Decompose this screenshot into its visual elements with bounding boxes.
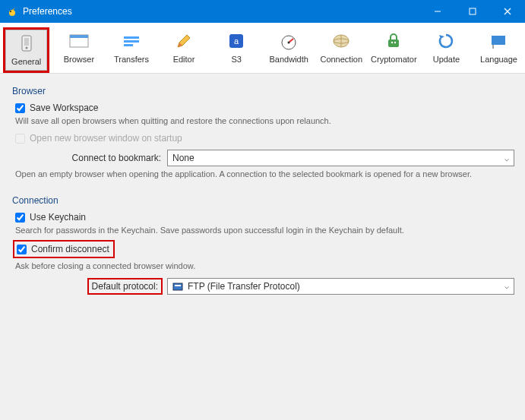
ftp-icon (172, 281, 183, 292)
titlebar: Preferences (0, 0, 525, 23)
svg-point-22 (391, 42, 393, 43)
default-protocol-label: Default protocol: (89, 279, 161, 293)
chevron-down-icon: ⌵ (504, 154, 509, 163)
svg-point-17 (288, 42, 290, 44)
connect-bookmark-value: None (172, 153, 195, 163)
svg-rect-26 (173, 283, 182, 290)
svg-text:a: a (234, 36, 239, 46)
tab-cryptomator[interactable]: Cryptomator (371, 27, 417, 73)
open-new-browser-checkbox: Open new browser window on startup (15, 133, 514, 144)
tab-label: Editor (173, 55, 195, 64)
connect-bookmark-select[interactable]: None ⌵ (167, 150, 514, 166)
svg-rect-27 (175, 285, 181, 286)
tab-general[interactable]: General (3, 27, 49, 73)
bandwidth-icon (277, 30, 301, 52)
tab-label: Cryptomator (371, 55, 417, 64)
cryptomator-icon (381, 30, 406, 52)
tab-browser[interactable]: Browser (55, 27, 102, 73)
connect-bookmark-desc: Open an empty browser when opening the a… (15, 169, 514, 178)
content: Browser Save Workspace Will save all ope… (0, 74, 525, 314)
tab-s3[interactable]: a S3 (213, 27, 260, 73)
tab-label: Connection (320, 55, 362, 64)
window-title: Preferences (23, 6, 420, 17)
svg-rect-24 (492, 36, 505, 45)
connect-bookmark-label: Connect to bookmark: (15, 153, 167, 163)
tab-connection[interactable]: Connection (318, 27, 365, 73)
svg-rect-7 (24, 38, 29, 46)
app-icon (6, 5, 18, 17)
language-icon (487, 30, 511, 52)
group-title-connection: Connection (11, 191, 514, 212)
confirm-disconnect-input[interactable] (17, 245, 27, 254)
svg-point-0 (9, 10, 15, 16)
svg-rect-13 (124, 44, 133, 46)
browser-icon (67, 30, 91, 52)
close-button[interactable] (490, 0, 525, 23)
svg-point-23 (394, 42, 396, 43)
use-keychain-desc: Search for passwords in the Keychain. Sa… (15, 226, 514, 235)
general-icon (14, 33, 39, 54)
tab-label: Language (480, 55, 517, 64)
svg-rect-3 (470, 8, 476, 14)
tab-editor[interactable]: Editor (161, 27, 207, 73)
tab-label: Bandwidth (270, 55, 308, 64)
save-workspace-label: Save Workspace (30, 103, 99, 113)
svg-point-8 (25, 47, 27, 49)
default-protocol-value: FTP (File Transfer Protocol) (188, 281, 300, 292)
tab-language[interactable]: Language (476, 27, 522, 73)
group-title-browser: Browser (11, 81, 514, 103)
save-workspace-input[interactable] (15, 103, 25, 113)
confirm-disconnect-desc: Ask before closing a connected browser w… (15, 261, 514, 270)
default-protocol-select[interactable]: FTP (File Transfer Protocol) ⌵ (167, 278, 514, 295)
tab-label: General (11, 57, 41, 66)
open-new-browser-label: Open new browser window on startup (30, 133, 182, 144)
maximize-button[interactable] (455, 0, 490, 23)
use-keychain-input[interactable] (15, 213, 25, 223)
save-workspace-desc: Will save all open browsers when quittin… (15, 116, 514, 125)
svg-point-1 (10, 11, 11, 12)
svg-rect-11 (124, 36, 139, 39)
tab-label: Update (433, 55, 460, 64)
use-keychain-checkbox[interactable]: Use Keychain (15, 212, 514, 223)
group-browser: Browser Save Workspace Will save all ope… (11, 81, 514, 178)
confirm-disconnect-label: Confirm disconnect (31, 244, 109, 254)
connection-icon (329, 30, 353, 52)
svg-rect-21 (388, 39, 399, 47)
transfers-icon (119, 30, 144, 52)
save-workspace-checkbox[interactable]: Save Workspace (15, 103, 514, 113)
tab-update[interactable]: Update (423, 27, 470, 73)
tab-label: S3 (231, 55, 241, 64)
open-new-browser-input (15, 134, 25, 144)
update-icon (434, 30, 458, 52)
chevron-down-icon: ⌵ (504, 282, 509, 290)
s3-icon: a (224, 30, 248, 52)
tab-label: Browser (64, 55, 94, 64)
tab-bandwidth[interactable]: Bandwidth (266, 27, 312, 73)
use-keychain-label: Use Keychain (30, 212, 86, 223)
tab-label: Transfers (114, 55, 149, 64)
editor-icon (172, 30, 196, 52)
svg-rect-10 (70, 35, 88, 38)
svg-rect-12 (124, 40, 139, 43)
group-connection: Connection Use Keychain Search for passw… (11, 191, 514, 295)
tab-transfers[interactable]: Transfers (108, 27, 154, 73)
minimize-button[interactable] (420, 0, 455, 23)
confirm-disconnect-checkbox[interactable]: Confirm disconnect (15, 242, 112, 256)
toolbar: General Browser Transfers Editor a S3 Ba… (0, 23, 525, 74)
